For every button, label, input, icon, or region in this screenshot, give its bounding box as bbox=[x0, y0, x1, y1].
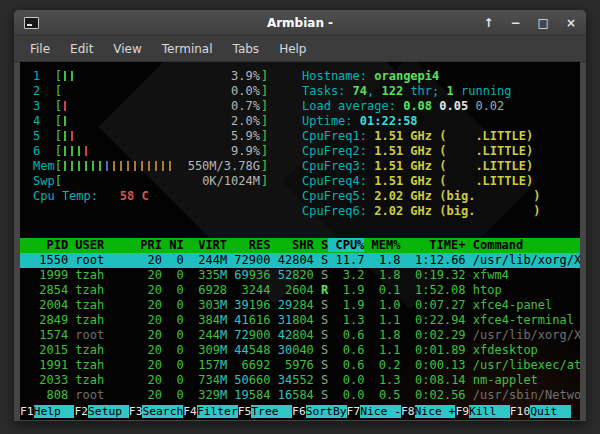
swap-meter-bar: 0K/1024M bbox=[62, 174, 261, 189]
info-cpufreq4-segment: 1.51 GHz ( .LITTLE) bbox=[374, 174, 533, 188]
mem-value-low: 040 bbox=[292, 343, 314, 357]
meter-close-bracket: ] bbox=[261, 174, 268, 189]
process-row-2849[interactable]: 2849 tzah 20 0 384M 41616 31804 S 1.3 1.… bbox=[20, 313, 580, 328]
cpu-mem-time-cells: 0.6 1.8 0:02.29 bbox=[328, 328, 465, 342]
fkey-nice-[interactable]: F7Nice - bbox=[347, 404, 401, 419]
cpu-mem-time-cells: 0.6 1.1 0:01.89 bbox=[328, 343, 465, 357]
fkey-label: Nice + bbox=[415, 405, 456, 418]
process-row-1574[interactable]: 1574 root 20 0 244M 72900 42804 S 0.6 1.… bbox=[20, 328, 580, 343]
pid-cell: 1574 bbox=[32, 328, 75, 342]
info-cpufreq2-segment: 1.51 GHz ( .LITTLE) bbox=[374, 144, 533, 158]
info-tasks-segment: 1 bbox=[447, 84, 454, 98]
meter-open-bracket: [ bbox=[55, 174, 62, 189]
state-cell: R bbox=[314, 283, 328, 297]
fkey-search[interactable]: F3Search bbox=[129, 404, 183, 419]
mem-value: 244 bbox=[191, 328, 220, 342]
fkey-quit[interactable]: F10Quit bbox=[510, 404, 571, 419]
header-sort-column-cpu[interactable]: CPU% bbox=[328, 238, 364, 252]
mem-value-low: 820 bbox=[292, 268, 314, 282]
mem-value-low: 804 bbox=[292, 328, 314, 342]
process-row-1991[interactable]: 1991 tzah 20 0 157M 6692 5976 S 0.6 0.2 … bbox=[20, 358, 580, 373]
window-buttons: ↑−□× bbox=[483, 10, 576, 36]
cpu1-meter: 1 [3.9%] bbox=[33, 69, 268, 84]
mem-value-high: 30 bbox=[278, 343, 292, 357]
meter-open-bracket: [ bbox=[55, 114, 62, 129]
meter-tick bbox=[71, 161, 73, 171]
titlebar[interactable]: Armbian - ↑−□× bbox=[14, 10, 586, 36]
pri-ni-cells: 20 0 bbox=[140, 373, 191, 387]
fkey-filter[interactable]: F4Filter bbox=[183, 404, 237, 419]
process-table: PID USER PRI NI VIRT RES SHR S CPU% MEM%… bbox=[20, 238, 580, 403]
process-row-2004[interactable]: 2004 tzah 20 0 303M 39196 29284 S 1.9 1.… bbox=[20, 298, 580, 313]
info-hostname-segment: Hostname: bbox=[302, 69, 374, 83]
meter-tick bbox=[64, 146, 66, 156]
mem-value: 2604 bbox=[278, 283, 314, 297]
mem-value: 6928 bbox=[191, 283, 227, 297]
fkey-sortby[interactable]: F6SortBy bbox=[292, 404, 346, 419]
menu-edit[interactable]: Edit bbox=[60, 38, 103, 60]
process-row-2015[interactable]: 2015 tzah 20 0 309M 44548 30040 S 0.6 1.… bbox=[20, 343, 580, 358]
cpu-temp-label: Cpu Temp: bbox=[33, 189, 120, 203]
process-row-1550[interactable]: 1550 root 20 0 244M 72900 42804 S 11.7 1… bbox=[20, 253, 580, 268]
fkey-setup[interactable]: F2Setup bbox=[74, 404, 128, 419]
menu-tabs[interactable]: Tabs bbox=[223, 38, 270, 60]
meter-tick bbox=[78, 146, 80, 156]
cpu4-meter: 4 [2.0%] bbox=[33, 114, 268, 129]
cpu-mem-time-cells: 11.7 1.8 1:12.66 bbox=[328, 253, 465, 267]
info-tasks-segment: , bbox=[367, 84, 381, 98]
maximize-button[interactable]: □ bbox=[538, 10, 549, 36]
state-cell: S bbox=[314, 373, 328, 387]
mem-value-high: 34 bbox=[278, 373, 292, 387]
info-cpufreq2: CpuFreq2: 1.51 GHz ( .LITTLE) bbox=[302, 144, 540, 159]
cpu-mem-time-cells: 0.0 1.3 0:08.14 bbox=[328, 373, 465, 387]
menu-view[interactable]: View bbox=[103, 38, 151, 60]
meter-tick bbox=[92, 161, 94, 171]
info-cpufreq3-segment: CpuFreq3: bbox=[302, 159, 374, 173]
meter-tick bbox=[71, 71, 73, 81]
meter-close-bracket: ] bbox=[261, 144, 268, 159]
process-row-2854[interactable]: 2854 tzah 20 0 6928 3244 2604 R 1.9 0.1 … bbox=[20, 283, 580, 298]
table-header[interactable]: PID USER PRI NI VIRT RES SHR S CPU% MEM%… bbox=[20, 238, 580, 253]
info-uptime-segment: Uptime: bbox=[302, 114, 360, 128]
cpu6-meter-bar: 9.9% bbox=[62, 144, 261, 159]
user-cell: tzah bbox=[75, 343, 140, 357]
process-row-1999[interactable]: 1999 tzah 20 0 335M 69936 52820 S 3.2 1.… bbox=[20, 268, 580, 283]
pri-ni-cells: 20 0 bbox=[140, 268, 191, 282]
cpu2-meter-label: 2 bbox=[33, 84, 55, 99]
menu-terminal[interactable]: Terminal bbox=[152, 38, 223, 60]
user-cell: tzah bbox=[75, 268, 140, 282]
process-row-2033[interactable]: 2033 tzah 20 0 734M 50660 34552 S 0.0 1.… bbox=[20, 373, 580, 388]
close-button[interactable]: × bbox=[566, 10, 576, 36]
mem-value-high: 69 bbox=[234, 268, 248, 282]
meter-close-bracket: ] bbox=[261, 69, 268, 84]
fkey-key: F1 bbox=[20, 405, 34, 418]
memory-meter: Mem[550M/3.78G] bbox=[33, 159, 268, 174]
meter-open-bracket: [ bbox=[55, 129, 62, 144]
fkey-kill[interactable]: F9Kill bbox=[455, 404, 509, 419]
minimize-button[interactable]: − bbox=[511, 10, 521, 36]
menu-file[interactable]: File bbox=[20, 38, 60, 60]
mem-value-high: 31 bbox=[278, 313, 292, 327]
pri-ni-cells: 20 0 bbox=[140, 313, 191, 327]
menu-help[interactable]: Help bbox=[269, 38, 316, 60]
state-cell: S bbox=[314, 328, 328, 342]
info-cpufreq2-segment: CpuFreq2: bbox=[302, 144, 374, 158]
swap-meter-label: Swp bbox=[33, 174, 55, 189]
fkey-key: F10 bbox=[510, 405, 530, 418]
fkey-tree[interactable]: F5Tree bbox=[238, 404, 292, 419]
mem-value: 335 bbox=[191, 268, 220, 282]
mem-value-low: 804 bbox=[292, 253, 314, 267]
meter-tick bbox=[113, 161, 115, 171]
info-hostname: Hostname: orangepi4 bbox=[302, 69, 540, 84]
cpu-mem-time-cells: 3.2 1.8 0:19.32 bbox=[328, 268, 465, 282]
info-load-average-segment: 0.08 bbox=[403, 99, 439, 113]
fkey-help[interactable]: F1Help bbox=[20, 404, 74, 419]
process-row-808[interactable]: 808 root 20 0 329M 19584 16584 S 0.0 0.5… bbox=[20, 388, 580, 403]
mem-value-low: 936 bbox=[249, 268, 271, 282]
swap-meter: Swp[0K/1024M] bbox=[33, 174, 268, 189]
fkey-label: Quit bbox=[530, 405, 571, 418]
info-uptime-segment: 01:22:58 bbox=[360, 114, 418, 128]
cpu4-meter-bar: 2.0% bbox=[62, 114, 261, 129]
shade-button[interactable]: ↑ bbox=[483, 10, 493, 36]
fkey-nice-[interactable]: F8Nice + bbox=[401, 404, 455, 419]
